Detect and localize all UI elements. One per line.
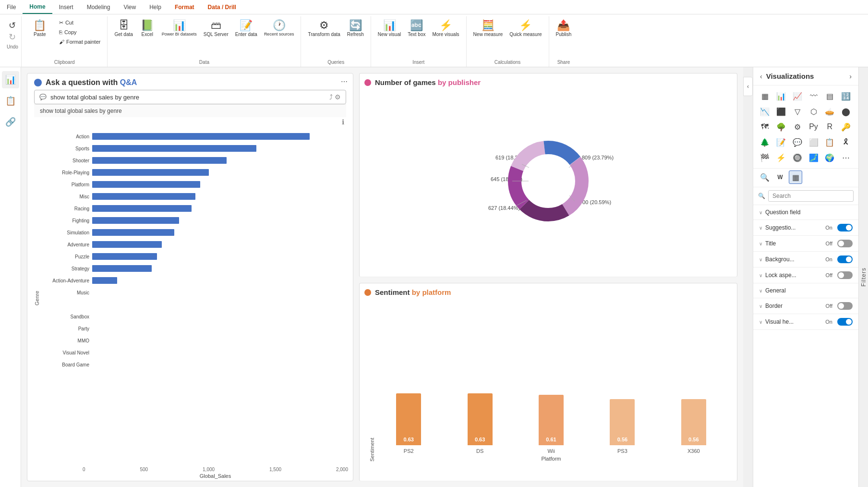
redo-button[interactable]: ↻ xyxy=(9,32,16,42)
sentiment-bar-fill[interactable]: 0.63 xyxy=(468,393,493,445)
paste-button[interactable]: 📋 Paste xyxy=(25,18,54,39)
bar-fill[interactable] xyxy=(92,145,256,152)
viz-search-input[interactable] xyxy=(768,190,854,202)
viz-search-icon-btn[interactable]: 🔍 xyxy=(758,170,772,184)
tab-data-drill[interactable]: Data / Drill xyxy=(201,0,243,14)
section-toggle[interactable] xyxy=(837,302,853,310)
nav-data-icon[interactable]: 📋 xyxy=(2,92,19,110)
viz-icon-map[interactable]: 🗺 xyxy=(758,120,772,134)
viz-icon-smart-narrative[interactable]: 📝 xyxy=(774,135,788,149)
bar-fill[interactable] xyxy=(92,217,179,224)
viz-icon-ribbon-chart[interactable]: 🎗 xyxy=(839,135,853,149)
tab-modeling[interactable]: Modeling xyxy=(80,0,117,14)
bar-fill[interactable] xyxy=(92,253,157,260)
panel-section-lock-aspe---[interactable]: ∨Lock aspe...Off xyxy=(753,268,858,283)
viz-icon-filled-map[interactable]: 🌍 xyxy=(823,151,836,164)
panel-section-general[interactable]: ∨General xyxy=(753,283,858,298)
new-measure-button[interactable]: 🧮 New measure xyxy=(470,18,506,39)
viz-icon-stacked-bar[interactable]: 📊 xyxy=(774,89,788,103)
bar-fill[interactable] xyxy=(92,277,117,284)
collapse-panel-button[interactable]: ‹ xyxy=(743,77,753,96)
bar-fill[interactable] xyxy=(92,205,192,212)
undo-button[interactable]: ↺ xyxy=(9,20,16,31)
viz-icon-r-visual[interactable]: R xyxy=(823,120,836,134)
more-options-button[interactable]: ⋯ xyxy=(338,76,350,87)
bar-fill[interactable] xyxy=(92,157,227,164)
panel-section-visual-he---[interactable]: ∨Visual he...On xyxy=(753,314,858,330)
viz-icon-matrix[interactable]: ⬜ xyxy=(807,135,820,149)
power-bi-datasets-button[interactable]: 📊 Power BI datasets xyxy=(159,18,200,39)
panel-expand-button[interactable]: › xyxy=(849,73,852,80)
publish-button[interactable]: 📤 Publish xyxy=(553,18,575,39)
sentiment-bar-fill[interactable]: 0.63 xyxy=(396,393,421,445)
bar-fill[interactable] xyxy=(92,193,195,200)
viz-icon-bar-chart[interactable]: ▦ xyxy=(758,89,772,103)
qa-share-icon[interactable]: ⤴ xyxy=(329,93,333,101)
panel-section-suggestio---[interactable]: ∨Suggestio...On xyxy=(753,220,858,236)
panel-section-question-field[interactable]: ∨Question field xyxy=(753,205,858,220)
viz-w-icon-btn[interactable]: W xyxy=(773,170,787,184)
new-visual-button[interactable]: 📊 New visual xyxy=(375,18,404,39)
section-toggle[interactable] xyxy=(837,318,853,326)
viz-icon-decomp-tree[interactable]: 🌲 xyxy=(758,135,772,149)
viz-icon-slicer[interactable]: 🔘 xyxy=(791,151,804,164)
section-toggle[interactable] xyxy=(837,224,853,231)
panel-section-backgrou---[interactable]: ∨Backgrou...On xyxy=(753,252,858,268)
bar-fill[interactable] xyxy=(92,241,162,248)
tab-file[interactable]: File xyxy=(0,0,23,14)
viz-icon-ellipsis[interactable]: ⋯ xyxy=(839,151,853,164)
tab-view[interactable]: View xyxy=(117,0,143,14)
viz-icon-waterfall[interactable]: ⬛ xyxy=(774,105,788,118)
viz-icon-donut[interactable]: ⬤ xyxy=(839,105,853,118)
viz-icon-line-area[interactable]: 📉 xyxy=(758,105,772,118)
recent-sources-button[interactable]: 🕐 Recent sources xyxy=(261,18,297,39)
viz-icon-shape-map[interactable]: 🗾 xyxy=(807,151,820,164)
viz-icon-treemap[interactable]: 🌳 xyxy=(774,120,788,134)
viz-icon-scatter[interactable]: ⬡ xyxy=(807,105,820,118)
tab-help[interactable]: Help xyxy=(143,0,168,14)
tab-home[interactable]: Home xyxy=(23,0,52,14)
bar-fill[interactable] xyxy=(92,169,209,176)
viz-icon-gauge[interactable]: ⚙ xyxy=(791,120,804,134)
nav-report-icon[interactable]: 📊 xyxy=(2,71,19,88)
format-painter-button[interactable]: 🖌 Format painter xyxy=(56,37,104,47)
more-visuals-button[interactable]: ⚡ More visuals xyxy=(429,18,462,39)
bar-fill[interactable] xyxy=(92,181,200,188)
quick-measure-button[interactable]: ⚡ Quick measure xyxy=(506,18,544,39)
text-box-button[interactable]: 🔤 Text box xyxy=(405,18,428,39)
viz-icon-qa-visual[interactable]: 💬 xyxy=(791,135,804,149)
copy-button[interactable]: ⎘ Copy xyxy=(56,28,104,37)
viz-table-icon-btn[interactable]: ▦ xyxy=(789,170,802,184)
panel-chevron-left[interactable]: ‹ xyxy=(760,73,762,80)
sentiment-bar-fill[interactable]: 0.56 xyxy=(681,399,706,445)
bar-fill[interactable] xyxy=(92,265,152,272)
viz-icon-table[interactable]: ▤ xyxy=(823,89,836,103)
qa-settings-icon[interactable]: ⚙ xyxy=(335,93,341,101)
enter-data-button[interactable]: 📝 Enter data xyxy=(232,18,260,39)
viz-icon-pie[interactable]: 🥧 xyxy=(823,105,836,118)
tab-format[interactable]: Format xyxy=(168,0,201,14)
qa-info-icon[interactable]: ℹ xyxy=(342,118,344,126)
tab-insert[interactable]: Insert xyxy=(52,0,80,14)
section-toggle[interactable] xyxy=(837,240,853,247)
sentiment-bar-fill[interactable]: 0.61 xyxy=(539,395,564,445)
viz-icon-python-visual[interactable]: Py xyxy=(807,120,820,134)
viz-icon-line-chart[interactable]: 📈 xyxy=(791,89,804,103)
section-toggle[interactable] xyxy=(837,271,853,279)
viz-icon-area-chart[interactable]: 〰 xyxy=(807,89,820,103)
viz-icon-custom-visual[interactable]: ⚡ xyxy=(774,151,788,164)
viz-icon-funnel[interactable]: ▽ xyxy=(791,105,804,118)
excel-button[interactable]: 📗 Excel xyxy=(137,18,158,39)
refresh-button[interactable]: 🔄 Refresh xyxy=(344,18,367,39)
cut-button[interactable]: ✂ Cut xyxy=(56,18,104,27)
viz-icon-multi-row-card[interactable]: 📋 xyxy=(823,135,836,149)
sentiment-bar-fill[interactable]: 0.56 xyxy=(610,399,635,445)
qa-input[interactable] xyxy=(50,94,329,101)
section-toggle[interactable] xyxy=(837,256,853,263)
panel-section-title[interactable]: ∨TitleOff xyxy=(753,236,858,252)
get-data-button[interactable]: 🗄 Get data xyxy=(111,18,135,39)
transform-data-button[interactable]: ⚙ Transform data xyxy=(305,18,343,39)
bar-fill[interactable] xyxy=(92,133,310,140)
bar-fill[interactable] xyxy=(92,229,174,236)
qa-suggestion[interactable]: show total global sales by genre xyxy=(34,104,346,117)
